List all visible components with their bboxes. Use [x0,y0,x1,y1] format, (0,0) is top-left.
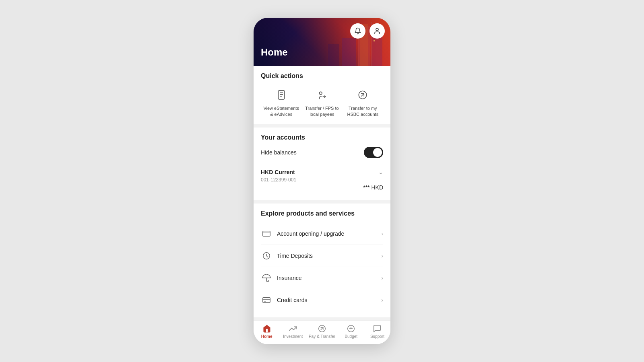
svg-rect-25 [263,297,270,302]
bottom-navigation: Home Investment Pay & Transfer [254,321,390,344]
nav-budget-label: Budget [345,334,357,339]
hide-balance-row: Hide balances [261,147,383,158]
nav-pay-transfer-label: Pay & Transfer [309,334,335,339]
quick-action-estatements[interactable]: View eStatements & eAdvices [263,87,299,117]
hero-section: Home [254,18,390,66]
main-content: Quick actions View eStatements & eAdvice… [254,66,390,321]
budget-nav-icon [347,324,355,333]
account-opening-chevron: › [381,230,383,237]
account-name: HKD Current [261,169,295,175]
profile-button[interactable] [369,23,385,39]
your-accounts-title: Your accounts [261,134,383,141]
toggle-thumb [373,148,382,157]
quick-action-transfer-fps[interactable]: Transfer / FPS to local payees [304,87,340,117]
nav-support-label: Support [370,334,384,339]
nav-home-label: Home [261,334,272,339]
account-top-row: HKD Current ⌄ [261,169,383,175]
nav-home[interactable]: Home [256,324,277,339]
nav-investment[interactable]: Investment [283,324,303,339]
product-time-deposits[interactable]: Time Deposits › [261,245,383,267]
time-deposits-chevron: › [381,253,383,259]
nav-pay-transfer[interactable]: Pay & Transfer [309,324,335,339]
explore-products-section: Explore products and services Account op… [254,204,390,317]
estatements-icon [273,87,289,103]
product-time-left: Time Deposits [261,250,313,261]
account-opening-label: Account opening / upgrade [277,230,344,237]
product-insurance-left: Insurance [261,272,301,284]
transfer-fps-label: Transfer / FPS to local payees [304,105,340,117]
hide-balance-toggle[interactable] [364,147,383,158]
credit-cards-chevron: › [381,297,383,303]
nav-support[interactable]: Support [367,324,388,339]
explore-title: Explore products and services [261,210,383,217]
pay-transfer-nav-icon [318,324,326,333]
transfer-hsbc-label: Transfer to my HSBC accounts [345,105,381,117]
home-nav-icon [262,324,271,333]
svg-rect-22 [263,231,270,236]
product-account-opening[interactable]: Account opening / upgrade › [261,223,383,245]
insurance-icon [261,272,272,284]
quick-action-transfer-hsbc[interactable]: Transfer to my HSBC accounts [345,87,381,117]
credit-cards-icon [261,294,272,306]
svg-rect-2 [372,34,382,66]
notification-button[interactable] [350,23,365,39]
support-nav-icon [373,324,382,333]
quick-actions-grid: View eStatements & eAdvices Transfer / F… [261,85,383,118]
svg-rect-4 [328,44,339,66]
account-hkd-current[interactable]: HKD Current ⌄ 001-122399-001 *** HKD [261,164,383,194]
your-accounts-section: Your accounts Hide balances HKD Current … [254,128,390,200]
quick-actions-title: Quick actions [261,72,383,80]
product-credit-cards[interactable]: Credit cards › [261,289,383,311]
svg-rect-16 [278,90,284,99]
svg-rect-12 [374,40,375,41]
account-opening-icon [261,228,272,239]
user-icon [374,27,381,35]
account-number: 001-122399-001 [261,177,383,183]
svg-rect-3 [342,38,356,66]
svg-point-20 [319,92,322,95]
product-credit-left: Credit cards [261,294,307,306]
hide-balance-label: Hide balances [261,149,297,156]
account-balance: *** HKD [261,184,383,191]
nav-budget[interactable]: Budget [341,324,361,339]
transfer-fps-icon [314,87,330,103]
product-insurance[interactable]: Insurance › [261,267,383,289]
account-chevron-icon: ⌄ [378,169,383,175]
investment-nav-icon [289,324,297,333]
hero-action-buttons [350,23,385,39]
quick-actions-section: Quick actions View eStatements & eAdvice… [254,66,390,124]
time-deposits-icon [261,250,272,261]
hero-title: Home [261,47,288,58]
svg-point-15 [376,28,378,31]
credit-cards-label: Credit cards [277,297,307,303]
bell-icon [354,27,361,35]
time-deposits-label: Time Deposits [277,253,313,259]
product-account-left: Account opening / upgrade [261,228,344,239]
nav-investment-label: Investment [283,334,303,339]
transfer-hsbc-icon [355,87,371,103]
estatements-label: View eStatements & eAdvices [263,105,299,117]
insurance-chevron: › [381,275,383,281]
insurance-label: Insurance [277,275,301,281]
phone-frame: Home Quick actions [254,18,390,344]
